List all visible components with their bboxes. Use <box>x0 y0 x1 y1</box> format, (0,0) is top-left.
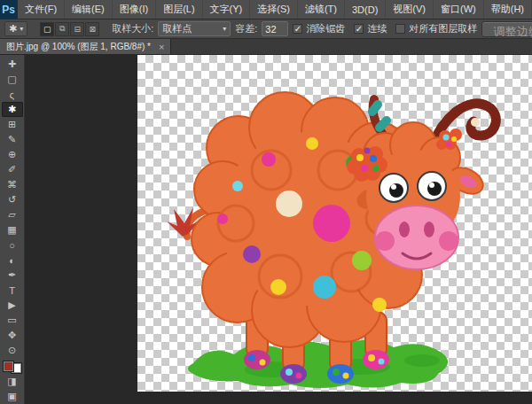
path-selection-tool[interactable]: ▶ <box>2 298 23 313</box>
tool-list: ✚▢ς✱⊞✎⊕✐⌘↺▱▦○◐✒T▶▭✥⊙ <box>2 57 23 358</box>
menu-type[interactable]: 文字(Y) <box>203 0 251 19</box>
history-brush-tool[interactable]: ↺ <box>2 192 23 207</box>
sample-size-label: 取样大小: <box>112 22 153 35</box>
selection-mode-buttons: ▢⧉⊟⊠ <box>40 22 99 36</box>
eyedropper-tool[interactable]: ✎ <box>2 132 23 147</box>
clone-stamp-tool[interactable]: ⌘ <box>2 177 23 192</box>
quick-mask-button[interactable]: ◨ <box>2 374 23 389</box>
menu-3d[interactable]: 3D(D) <box>345 0 386 19</box>
refine-edge-button[interactable]: 调整边缘… <box>481 21 532 37</box>
check-icon: ✓ <box>356 24 363 34</box>
screen-mode-button[interactable]: ▣ <box>2 389 23 404</box>
sample-size-value: 取样点 <box>162 22 192 35</box>
toolbar-extra-buttons: ◨▣ <box>2 374 23 404</box>
cheek-left <box>375 231 395 251</box>
grass-shade <box>404 354 440 367</box>
eraser-tool[interactable]: ▱ <box>2 207 23 222</box>
magic-wand-icon: ✱ <box>9 23 17 35</box>
mode-intersect-selection[interactable]: ⊠ <box>85 22 99 36</box>
magic-wand-tool[interactable]: ✱ <box>2 102 23 117</box>
tolerance-label: 容差: <box>235 22 257 35</box>
menu-image[interactable]: 图像(I) <box>113 0 156 19</box>
mode-new-selection[interactable]: ▢ <box>40 22 54 36</box>
healing-brush-tool[interactable]: ⊕ <box>2 147 23 162</box>
tolerance-input[interactable] <box>262 21 288 36</box>
foreground-color-swatch[interactable] <box>3 361 14 372</box>
check-icon: ✓ <box>294 24 301 34</box>
chevron-down-icon: ▾ <box>223 25 226 33</box>
blur-tool[interactable]: ○ <box>2 237 23 252</box>
document-tab-bar: 图片.jpg @ 100% (图层 1, RGB/8#) * × <box>0 39 532 55</box>
menu-file[interactable]: 文件(F) <box>18 0 65 19</box>
chevron-down-icon: ▾ <box>20 25 23 33</box>
menu-select[interactable]: 选择(S) <box>250 0 298 19</box>
type-tool[interactable]: T <box>2 283 23 298</box>
document-tab[interactable]: 图片.jpg @ 100% (图层 1, RGB/8#) * × <box>0 39 171 54</box>
sample-size-select[interactable]: 取样点 ▾ <box>158 21 231 36</box>
pen-tool[interactable]: ✒ <box>2 268 23 283</box>
nostril-left <box>399 221 410 237</box>
mode-subtract-from-selection[interactable]: ⊟ <box>70 22 84 36</box>
checkbox-box: ✓ <box>293 24 302 34</box>
document-canvas[interactable] <box>137 55 532 392</box>
menu-filter[interactable]: 滤镜(T) <box>298 0 345 19</box>
checkbox-sample-all-layers[interactable]: 对所有图层取样 <box>395 22 477 35</box>
brush-tool[interactable]: ✐ <box>2 162 23 177</box>
menu-view[interactable]: 视图(V) <box>386 0 434 19</box>
gradient-tool[interactable]: ▦ <box>2 222 23 237</box>
move-tool[interactable]: ✚ <box>2 57 23 72</box>
close-icon[interactable]: × <box>159 42 164 52</box>
canvas-area <box>25 55 532 404</box>
document-tab-title: 图片.jpg @ 100% (图层 1, RGB/8#) * <box>6 41 151 53</box>
checkbox-anti-alias[interactable]: ✓ 消除锯齿 <box>293 22 345 35</box>
menu-help[interactable]: 帮助(H) <box>484 0 532 19</box>
menubar: Ps 文件(F)编辑(E)图像(I)图层(L)文字(Y)选择(S)滤镜(T)3D… <box>0 0 532 19</box>
lasso-tool[interactable]: ς <box>2 87 23 102</box>
checkbox-label: 对所有图层取样 <box>409 22 477 35</box>
checkbox-box <box>395 24 405 34</box>
tool-bar: ✚▢ς✱⊞✎⊕✐⌘↺▱▦○◐✒T▶▭✥⊙ ◨▣ <box>0 55 25 404</box>
horn-tip <box>471 118 480 127</box>
cartoon-ox-artwork <box>137 55 532 392</box>
zoom-tool[interactable]: ⊙ <box>2 343 23 358</box>
menu-layer[interactable]: 图层(L) <box>156 0 202 19</box>
checkbox-contiguous[interactable]: ✓ 连续 <box>354 22 387 35</box>
menu-edit[interactable]: 编辑(E) <box>65 0 113 19</box>
dodge-tool[interactable]: ◐ <box>2 252 23 268</box>
tool-preset-picker[interactable]: ✱ ▾ <box>4 21 27 36</box>
crop-tool[interactable]: ⊞ <box>2 117 23 132</box>
checkbox-label: 连续 <box>367 22 387 35</box>
mode-add-to-selection[interactable]: ⧉ <box>55 22 69 36</box>
main-area: ✚▢ς✱⊞✎⊕✐⌘↺▱▦○◐✒T▶▭✥⊙ ◨▣ <box>0 55 532 404</box>
options-bar: ✱ ▾ ▢⧉⊟⊠ 取样大小: 取样点 ▾ 容差: ✓ 消除锯齿 ✓ 连续 对所有… <box>0 19 532 39</box>
hand-tool[interactable]: ✥ <box>2 328 23 343</box>
option-checkboxes: ✓ 消除锯齿 ✓ 连续 对所有图层取样 <box>293 22 477 35</box>
marquee-tool[interactable]: ▢ <box>2 72 23 87</box>
shape-tool[interactable]: ▭ <box>2 313 23 328</box>
cheek-right <box>439 231 458 251</box>
color-swatches[interactable] <box>3 361 22 374</box>
checkbox-box: ✓ <box>354 24 364 34</box>
menu-items: 文件(F)编辑(E)图像(I)图层(L)文字(Y)选择(S)滤镜(T)3D(D)… <box>18 0 532 19</box>
photoshop-logo: Ps <box>0 0 18 19</box>
checkbox-label: 消除锯齿 <box>306 22 345 35</box>
nostril-right <box>424 221 434 237</box>
menu-window[interactable]: 窗口(W) <box>434 0 484 19</box>
